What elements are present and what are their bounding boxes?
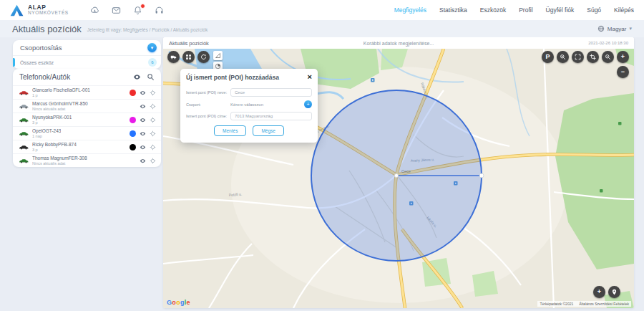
device-name: NyunyókaPRK-001 (32, 115, 72, 120)
toggle-all-visibility-eye-icon[interactable] (133, 73, 141, 81)
logo-triangle-icon (10, 4, 24, 16)
car-icon (19, 144, 29, 150)
device-locate-crosshair-icon[interactable] (150, 103, 156, 110)
poi-name-field-label: Ismert pont (POI) neve: (186, 90, 230, 95)
notification-badge (140, 4, 145, 9)
cloud-sync-icon[interactable] (90, 6, 99, 15)
device-visibility-eye-icon[interactable] (140, 103, 146, 110)
select-area-button[interactable] (587, 51, 599, 63)
nav-kilepes[interactable]: Kilépés (614, 6, 634, 14)
device-status: 1 nap (32, 134, 61, 138)
device-locate-crosshair-icon[interactable] (150, 158, 156, 164)
google-logo: Google (167, 299, 190, 306)
device-visibility-eye-icon[interactable] (140, 144, 146, 150)
nav-statisztika[interactable]: Statisztika (439, 6, 467, 14)
parking-filter-button[interactable]: P (542, 51, 554, 63)
device-row[interactable]: Ricky BobbyPFB-8743 p (13, 140, 161, 153)
map-panel: Aktuális pozíciók Korábbi adatok megjele… (163, 37, 634, 308)
nav-ugyfel-fiok[interactable]: Ügyfél fiók (546, 6, 575, 14)
device-visibility-eye-icon[interactable] (140, 117, 146, 123)
show-vehicles-button[interactable] (167, 51, 180, 63)
device-color-dot (130, 130, 136, 137)
all-devices-item[interactable]: Összes eszköz 6 (13, 55, 161, 69)
page-title: Aktuális pozíciók (12, 24, 82, 34)
device-row[interactable]: Thomas MagnumFER-308Nincs aktuális adat (13, 153, 161, 167)
device-locate-crosshair-icon[interactable] (150, 90, 156, 96)
device-name: OpelOGT-243 (32, 128, 61, 133)
grouping-collapse-button[interactable]: ▾ (147, 43, 157, 52)
add-group-button[interactable]: + (304, 100, 312, 108)
add-poi-button[interactable]: + (593, 286, 605, 298)
devices-title: Telefonok/Autók (19, 73, 70, 81)
my-location-button[interactable] (608, 286, 620, 298)
poi-name-input[interactable] (230, 88, 312, 97)
app-logo[interactable]: ALAP NYOMKÖVETÉS (10, 4, 69, 16)
poi-address-field-label: Ismert pont (POI) címe: (186, 114, 230, 118)
device-visibility-eye-icon[interactable] (140, 90, 146, 96)
close-icon[interactable]: × (308, 73, 312, 81)
device-row[interactable]: NyunyókaPRK-0013 p (13, 113, 161, 126)
language-selector[interactable]: Magyar ▾ (597, 25, 632, 32)
device-visibility-eye-icon[interactable] (140, 130, 146, 137)
geofence-radius-handle[interactable] (479, 173, 484, 178)
street-label: Petőfi u. (229, 192, 243, 197)
top-header: ALAP NYOMKÖVETÉS (0, 0, 644, 20)
geofence-center-handle[interactable] (394, 173, 398, 177)
device-color-dot (130, 117, 136, 123)
fit-bounds-button[interactable] (572, 51, 584, 63)
device-name: Giancarlo FischellaGFL-001 (32, 87, 90, 92)
nav-profil[interactable]: Profil (519, 6, 532, 14)
device-row[interactable]: OpelOGT-2431 nap (13, 126, 161, 140)
refresh-button[interactable] (197, 51, 210, 63)
poi-address-input[interactable] (230, 112, 312, 120)
device-locate-crosshair-icon[interactable] (150, 117, 156, 123)
search-devices-icon[interactable] (147, 73, 155, 81)
device-status: Nincs aktuális adat (32, 107, 88, 111)
device-status: 3 p (32, 148, 77, 152)
chevron-down-icon: ▾ (629, 26, 632, 32)
map-timestamp: 2021-02-26 10:18:30 (584, 41, 628, 45)
notifications-icon[interactable] (133, 6, 142, 15)
show-poi-grid-button[interactable] (182, 51, 195, 63)
logo-subtitle: NYOMKÖVETÉS (28, 11, 69, 16)
nav-megfigyeles[interactable]: Megfigyelés (394, 6, 426, 14)
devices-card: Telefonok/Autók Giancarlo FischellaGFL-0… (13, 69, 161, 167)
group-select[interactable]: Kérem válasszon (230, 102, 304, 107)
car-icon (19, 117, 29, 123)
device-row[interactable]: Marcus GrönholmVTR-850Nincs aktuális ada… (13, 99, 161, 113)
content-area: Csoportosítás ▾ Összes eszköz 6 Telefono… (0, 37, 644, 311)
breadcrumb: Jelenleg itt vagy: Megfigyelés / Pozíció… (87, 27, 208, 32)
map-canvas[interactable]: Arany János u. Szent Imre u. Rákóczi u. … (163, 49, 634, 308)
messages-icon[interactable] (112, 6, 121, 15)
measure-tool-button[interactable] (213, 51, 223, 60)
device-visibility-eye-icon[interactable] (140, 158, 146, 164)
zoom-in-button[interactable]: + (617, 51, 629, 63)
zoom-area-in-button[interactable] (557, 51, 569, 63)
grouping-title: Csoportosítás (20, 44, 62, 52)
app-root: ALAP NYOMKÖVETÉS (0, 0, 644, 311)
device-color-dot (130, 144, 136, 150)
device-name: Marcus GrönholmVTR-850 (32, 101, 88, 106)
nav-sugo[interactable]: Súgó (587, 6, 601, 14)
poi-name-label: Cece (401, 169, 411, 173)
zoom-area-out-button[interactable] (602, 51, 614, 63)
nav-eszkozok[interactable]: Eszközök (480, 6, 506, 14)
grouping-card: Csoportosítás ▾ Összes eszköz 6 (13, 40, 161, 69)
history-link[interactable]: Korábbi adatok megjelenítése... (163, 41, 634, 46)
save-button[interactable]: Mentés (214, 125, 246, 136)
support-headset-icon[interactable] (155, 6, 164, 15)
geofence-overlay: Cece (311, 90, 484, 261)
device-status: 3 p (32, 120, 72, 125)
terms-link[interactable]: Általános Szerződési Feltételek (579, 302, 629, 306)
globe-icon (597, 25, 605, 32)
cancel-button[interactable]: Mégse (253, 125, 284, 136)
device-locate-crosshair-icon[interactable] (150, 130, 156, 137)
car-icon (19, 130, 29, 137)
car-icon (19, 90, 29, 96)
language-label: Magyar (608, 26, 627, 32)
zoom-out-button[interactable]: − (617, 66, 629, 78)
device-locate-crosshair-icon[interactable] (150, 144, 156, 150)
device-row[interactable]: Giancarlo FischellaGFL-0011 p (13, 85, 161, 99)
device-status: 1 p (32, 93, 90, 97)
map-attribution: Térképadatok ©2021 (540, 302, 573, 306)
